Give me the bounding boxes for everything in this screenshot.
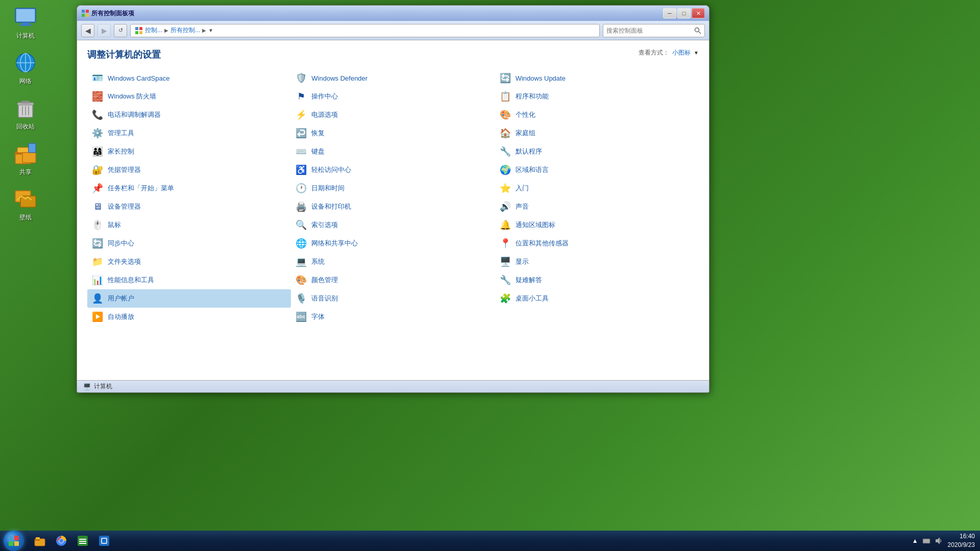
grid-item-display[interactable]: 🖥️显示 bbox=[495, 253, 699, 271]
search-icon bbox=[694, 27, 701, 34]
personalization-icon: 🎨 bbox=[499, 109, 511, 121]
back-button[interactable]: ◀ bbox=[81, 24, 94, 37]
grid-item-power-options[interactable]: ⚡电源选项 bbox=[291, 106, 495, 124]
taskbar-app-green[interactable] bbox=[72, 533, 93, 549]
fonts-icon: 🔤 bbox=[295, 311, 307, 323]
grid-item-devices-printers[interactable]: 🖨️设备和打印机 bbox=[291, 197, 495, 216]
datetime-label: 日期和时间 bbox=[311, 184, 345, 193]
grid-item-notification-area[interactable]: 🔔通知区域图标 bbox=[495, 216, 699, 234]
tray-expand[interactable]: ▲ bbox=[912, 537, 918, 544]
credential-manager-label: 凭据管理器 bbox=[108, 165, 141, 174]
homegroup-label: 家庭组 bbox=[516, 129, 535, 138]
grid-item-action-center[interactable]: ⚑操作中心 bbox=[291, 87, 495, 106]
grid-item-windows-cardspace[interactable]: 🪪Windows CardSpace bbox=[87, 69, 291, 87]
grid-item-homegroup[interactable]: 🏠家庭组 bbox=[495, 124, 699, 142]
svg-rect-2 bbox=[21, 22, 30, 24]
grid-item-windows-update[interactable]: 🔄Windows Update bbox=[495, 69, 699, 87]
svg-rect-27 bbox=[135, 31, 138, 34]
grid-item-ease-of-access[interactable]: ♿轻松访问中心 bbox=[291, 161, 495, 179]
grid-item-folder-options[interactable]: 📁文件夹选项 bbox=[87, 253, 291, 271]
color-management-icon: 🎨 bbox=[295, 274, 307, 286]
troubleshoot-label: 疑难解答 bbox=[516, 276, 542, 285]
windows-firewall-label: Windows 防火墙 bbox=[108, 92, 156, 101]
grid-item-windows-firewall[interactable]: 🧱Windows 防火墙 bbox=[87, 87, 291, 106]
grid-item-getting-started[interactable]: ⭐入门 bbox=[495, 179, 699, 197]
view-arrow[interactable]: ▼ bbox=[694, 50, 699, 56]
grid-item-speech-recognition[interactable]: 🎙️语音识别 bbox=[291, 289, 495, 308]
forward-button[interactable]: ▶ bbox=[97, 24, 111, 37]
refresh-button[interactable]: ↺ bbox=[114, 24, 127, 37]
grid-item-device-manager[interactable]: 🖥设备管理器 bbox=[87, 197, 291, 216]
grid-item-admin-tools[interactable]: ⚙️管理工具 bbox=[87, 124, 291, 142]
sync-center-label: 同步中心 bbox=[108, 239, 134, 248]
clock-time: 16:40 bbox=[948, 532, 975, 541]
speech-recognition-label: 语音识别 bbox=[311, 294, 338, 303]
grid-item-desktop-gadgets[interactable]: 🧩桌面小工具 bbox=[495, 289, 699, 308]
grid-item-system[interactable]: 💻系统 bbox=[291, 253, 495, 271]
search-bar[interactable] bbox=[603, 24, 705, 37]
minimize-button[interactable]: ─ bbox=[663, 8, 676, 18]
windows-firewall-icon: 🧱 bbox=[91, 90, 104, 103]
breadcrumb-part1[interactable]: 控制... bbox=[145, 26, 162, 35]
grid-item-datetime[interactable]: 🕐日期和时间 bbox=[291, 179, 495, 197]
windows-update-label: Windows Update bbox=[516, 74, 566, 82]
windows-cardspace-icon: 🪪 bbox=[91, 72, 104, 84]
desktop-icon-wallpaper[interactable]: 壁纸 bbox=[5, 187, 46, 222]
share-icon bbox=[13, 141, 38, 166]
taskbar-app-chrome[interactable] bbox=[51, 533, 71, 549]
grid-item-credential-manager[interactable]: 🔐凭据管理器 bbox=[87, 161, 291, 179]
grid-item-color-management[interactable]: 🎨颜色管理 bbox=[291, 271, 495, 289]
view-current[interactable]: 小图标 bbox=[672, 48, 691, 57]
grid-item-sync-center[interactable]: 🔄同步中心 bbox=[87, 234, 291, 253]
grid-item-indexing[interactable]: 🔍索引选项 bbox=[291, 216, 495, 234]
grid-item-parental-controls[interactable]: 👨‍👩‍👧家长控制 bbox=[87, 142, 291, 161]
breadcrumb-part2[interactable]: 所有控制... bbox=[170, 26, 200, 35]
grid-item-default-programs[interactable]: 🔧默认程序 bbox=[495, 142, 699, 161]
performance-icon: 📊 bbox=[91, 274, 104, 286]
svg-rect-47 bbox=[102, 539, 106, 543]
desktop-icon-computer[interactable]: 计算机 bbox=[5, 5, 46, 40]
grid-item-user-accounts[interactable]: 👤用户帐户 bbox=[87, 289, 291, 308]
grid-item-windows-defender[interactable]: 🛡️Windows Defender bbox=[291, 69, 495, 87]
grid-item-location-sensors[interactable]: 📍位置和其他传感器 bbox=[495, 234, 699, 253]
svg-rect-34 bbox=[14, 541, 19, 546]
close-button[interactable]: ✕ bbox=[692, 8, 705, 18]
start-orb[interactable] bbox=[4, 531, 24, 551]
taskbar-app-explorer[interactable] bbox=[30, 533, 50, 549]
desktop-icon-share[interactable]: 共享 bbox=[5, 141, 46, 177]
grid-item-taskbar-start[interactable]: 📌任务栏和「开始」菜单 bbox=[87, 179, 291, 197]
taskbar-tray: ▲ bbox=[907, 537, 948, 545]
search-input[interactable] bbox=[606, 27, 692, 34]
taskbar-app-blue[interactable] bbox=[94, 533, 114, 549]
svg-rect-33 bbox=[9, 541, 13, 546]
grid-item-performance[interactable]: 📊性能信息和工具 bbox=[87, 271, 291, 289]
grid-item-sound[interactable]: 🔊声音 bbox=[495, 197, 699, 216]
grid-item-recovery[interactable]: ↩️恢复 bbox=[291, 124, 495, 142]
mouse-icon: 🖱️ bbox=[91, 219, 104, 231]
grid-item-fonts[interactable]: 🔤字体 bbox=[291, 308, 495, 326]
breadcrumb-expand[interactable]: ▼ bbox=[208, 28, 213, 33]
breadcrumb-bar[interactable]: 控制... ▶ 所有控制... ▶ ▼ bbox=[130, 24, 600, 37]
getting-started-label: 入门 bbox=[516, 184, 529, 193]
grid-item-region-language[interactable]: 🌍区域和语言 bbox=[495, 161, 699, 179]
grid-item-phone-modem[interactable]: 📞电话和调制解调器 bbox=[87, 106, 291, 124]
start-button[interactable] bbox=[0, 531, 28, 551]
grid-item-troubleshoot[interactable]: 🔧疑难解答 bbox=[495, 271, 699, 289]
grid-item-network-sharing[interactable]: 🌐网络和共享中心 bbox=[291, 234, 495, 253]
taskbar: ▲ 16:40 2020/9/23 bbox=[0, 531, 980, 551]
maximize-button[interactable]: □ bbox=[677, 8, 691, 18]
sound-label: 声音 bbox=[516, 202, 529, 211]
title-bar-left: 所有控制面板项 bbox=[81, 9, 134, 18]
svg-rect-16 bbox=[17, 147, 29, 153]
grid-item-programs[interactable]: 📋程序和功能 bbox=[495, 87, 699, 106]
grid-item-keyboard[interactable]: ⌨️键盘 bbox=[291, 142, 495, 161]
grid-item-mouse[interactable]: 🖱️鼠标 bbox=[87, 216, 291, 234]
svg-rect-31 bbox=[9, 536, 13, 540]
desktop-icon-recycle[interactable]: 回收站 bbox=[5, 96, 46, 131]
desktop-icon-network[interactable]: 网络 bbox=[5, 51, 46, 86]
folder-options-icon: 📁 bbox=[91, 256, 104, 268]
grid-item-personalization[interactable]: 🎨个性化 bbox=[495, 106, 699, 124]
grid-item-autoplay[interactable]: ▶️自动播放 bbox=[87, 308, 291, 326]
svg-point-29 bbox=[695, 28, 699, 32]
autoplay-label: 自动播放 bbox=[108, 312, 134, 321]
